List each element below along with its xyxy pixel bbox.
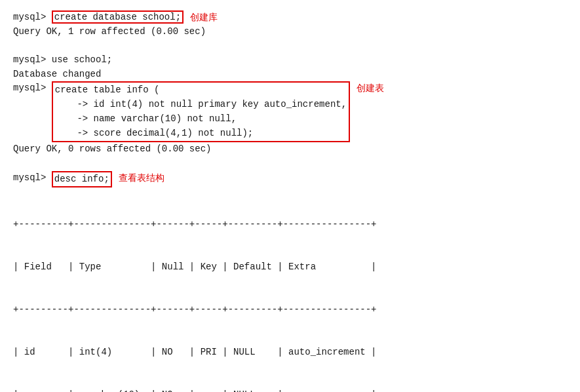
table-header: | Field | Type | Null | Key | Default | … — [13, 260, 567, 275]
annotation-create-database: 创建库 — [190, 10, 218, 25]
blank-2 — [13, 157, 567, 171]
annotation-create-table: 创建表 — [357, 81, 384, 96]
table-sep-top: +---------+--------------+------+-----+-… — [13, 218, 567, 232]
line-desc-info: mysql> desc info; 查看表结构 — [13, 171, 567, 188]
prompt-1: mysql> create database school; — [13, 10, 184, 25]
prompt-3: mysql> — [13, 171, 52, 186]
table-sep-header: +---------+--------------+------+-----+-… — [13, 303, 567, 317]
terminal: mysql> create database school; 创建库 Query… — [13, 10, 567, 392]
annotation-desc-info: 查看表结构 — [119, 171, 164, 186]
table-row-name: | name | varchar(10) | NO | | NULL | | — [13, 388, 567, 392]
command-create-database: create database school; — [52, 10, 184, 24]
command-desc-info: desc info; — [52, 171, 112, 188]
command-create-table: create table info ( -> id int(4) not nul… — [52, 81, 350, 142]
desc-table: +---------+--------------+------+-----+-… — [13, 189, 567, 392]
line-create-database: mysql> create database school; 创建库 — [13, 10, 567, 25]
line-use-school: mysql> use school; — [13, 53, 567, 68]
table-row-id: | id | int(4) | NO | PRI | NULL | auto_i… — [13, 345, 567, 360]
line-create-table: mysql> create table info ( -> id int(4) … — [13, 81, 567, 142]
line-db-changed: Database changed — [13, 68, 567, 82]
prompt-2: mysql> — [13, 81, 52, 96]
query-ok-2: Query OK, 0 rows affected (0.00 sec) — [13, 142, 567, 157]
blank-1 — [13, 39, 567, 53]
query-ok-1: Query OK, 1 row affected (0.00 sec) — [13, 25, 567, 39]
